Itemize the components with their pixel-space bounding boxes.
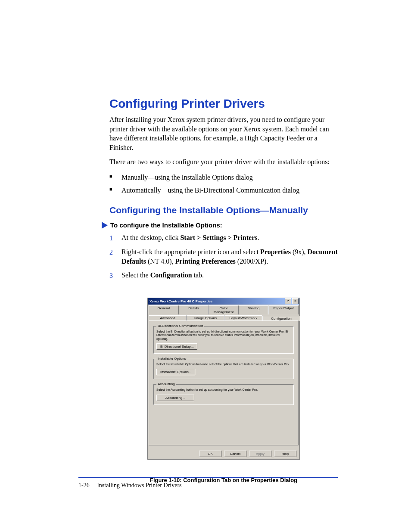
step-2-e: (NT 4.0),	[146, 258, 175, 265]
bidirectional-setup-button[interactable]: Bi-Directional Setup...	[156, 343, 197, 350]
step-2-c: (9x),	[291, 248, 308, 255]
step-3-c: tab.	[192, 271, 204, 279]
ok-button[interactable]: OK	[199, 451, 221, 457]
dialog-titlebar[interactable]: Xerox WorkCentre Pro 40 C Properties ? ×	[148, 298, 299, 305]
legend-accounting: Accounting	[156, 382, 176, 386]
properties-dialog: Xerox WorkCentre Pro 40 C Properties ? ×…	[147, 298, 300, 460]
footer-rule	[78, 477, 338, 478]
tab-advanced[interactable]: Advanced	[149, 315, 187, 320]
footer-title: Installing Windows Printer Drivers	[97, 482, 181, 488]
figure-dialog: Xerox WorkCentre Pro 40 C Properties ? ×…	[147, 298, 300, 483]
page-number: 1-26	[78, 482, 90, 488]
step-3-a: Select the	[121, 271, 150, 279]
step-1-text: At the desktop, click	[121, 234, 180, 241]
step-1: At the desktop, click Start > Settings >…	[109, 233, 338, 243]
heading-sub: Configuring the Installable Options—Manu…	[109, 205, 338, 215]
bullet-manual: Manually—using the Installable Options d…	[109, 172, 338, 183]
footer-text: 1-26 Installing Windows Printer Drivers	[78, 482, 338, 489]
cancel-button[interactable]: Cancel	[224, 451, 246, 457]
help-button[interactable]: Help	[274, 451, 296, 457]
group-bidirectional: Bi-Directional Communication Select the …	[153, 326, 294, 354]
installable-options-button[interactable]: Installable Options...	[156, 369, 195, 375]
tab-general[interactable]: General	[149, 305, 179, 314]
tab-sharing[interactable]: Sharing	[239, 305, 269, 314]
step-2-g: (2000/XP).	[236, 258, 268, 265]
tab-color-management[interactable]: Color Management	[209, 305, 239, 314]
tab-image-options[interactable]: Image Options	[187, 315, 224, 320]
close-icon[interactable]: ×	[292, 298, 299, 304]
intro-paragraph: After installing your Xerox system print…	[109, 115, 338, 152]
desc-installable: Select the Installable Options button to…	[156, 363, 291, 366]
heading-main: Configuring Printer Drivers	[109, 97, 338, 111]
dialog-title: Xerox WorkCentre Pro 40 C Properties	[149, 299, 212, 303]
procedure-label: To configure the Installable Options:	[110, 221, 222, 229]
legend-installable: Installable Options	[156, 357, 187, 361]
desc-bidirectional: Select the Bi-Directional button to set-…	[156, 330, 291, 341]
step-2-f: Printing Preferences	[175, 258, 236, 265]
help-icon[interactable]: ?	[285, 298, 291, 304]
configuration-panel: Bi-Directional Communication Select the …	[149, 320, 299, 445]
step-3-b: Configuration	[150, 271, 192, 279]
step-2: Right-click the appropriate printer icon…	[109, 247, 338, 267]
bullet-automatic: Automatically—using the Bi-Directional C…	[109, 185, 338, 196]
procedure-arrow-icon	[102, 222, 108, 229]
accounting-button[interactable]: Accounting...	[156, 395, 194, 401]
step-2-a: Right-click the appropriate printer icon…	[121, 248, 260, 255]
step-1-end: .	[258, 234, 259, 241]
group-accounting: Accounting Select the Accounting button …	[153, 384, 294, 404]
legend-bidirectional: Bi-Directional Communication	[156, 324, 204, 328]
apply-button[interactable]: Apply	[249, 451, 271, 457]
tab-paper-output[interactable]: Paper/Output	[268, 305, 299, 314]
intro-paragraph-2: There are two ways to configure your pri…	[109, 157, 338, 167]
step-3: Select the Configuration tab.	[109, 271, 338, 280]
step-1-path: Start > Settings > Printers	[180, 234, 257, 241]
tab-details[interactable]: Details	[179, 305, 209, 314]
tab-layout-watermark[interactable]: Layout/Watermark	[224, 315, 262, 320]
group-installable: Installable Options Select the Installab…	[153, 359, 294, 379]
step-2-b: Properties	[260, 248, 291, 255]
desc-accounting: Select the Accounting button to set-up a…	[156, 388, 291, 392]
